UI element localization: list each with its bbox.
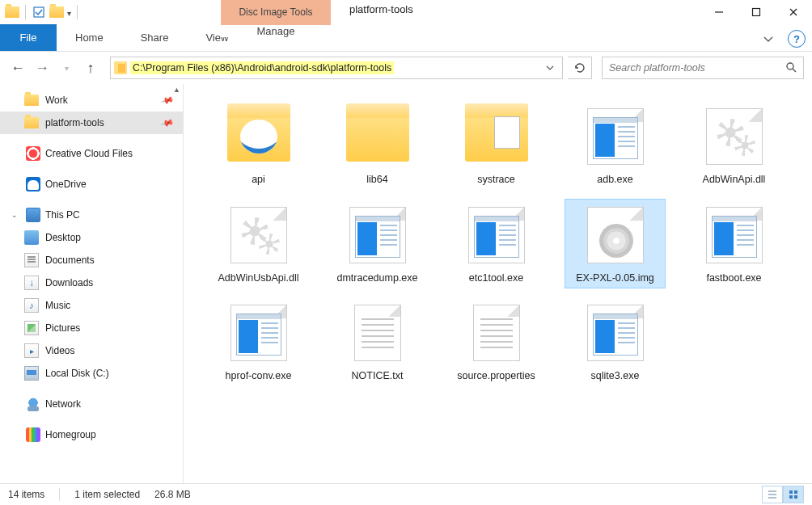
title-bar: ▾ Disc Image Tools platform-tools [0,0,812,24]
back-button[interactable]: ← [8,58,27,78]
forward-button[interactable]: → [32,58,52,78]
sidebar-item-onedrive[interactable]: OneDrive [0,173,183,196]
file-thumbnail [577,301,654,365]
up-button[interactable]: ↑ [81,58,100,78]
file-label: etc1tool.exe [469,272,523,285]
file-label: NOTICE.txt [352,370,404,383]
creative-cloud-icon [26,146,40,161]
file-item[interactable]: AdbWinApi.dll [683,100,785,191]
expand-ribbon-button[interactable] [757,29,780,48]
file-item[interactable]: adb.exe [565,100,666,191]
music-icon [24,298,39,313]
file-label: sqlite3.exe [591,370,640,383]
details-view-button[interactable] [762,486,783,503]
close-button[interactable] [775,0,812,24]
file-label: hprof-conv.exe [226,370,292,383]
qat-dropdown[interactable]: ▾ [67,7,71,18]
file-item[interactable]: AdbWinUsbApi.dll [208,199,309,289]
contextual-tab-header: Disc Image Tools [221,0,331,24]
search-box[interactable] [602,57,804,79]
svg-rect-12 [789,495,793,499]
network-icon [26,397,40,411]
sidebar-item-creative-cloud[interactable]: Creative Cloud Files [0,142,183,165]
file-thumbnail [458,301,535,365]
qat-newfolder-icon[interactable] [49,5,64,19]
desktop-icon [24,230,39,245]
sidebar-item-label: OneDrive [45,179,87,190]
downloads-icon [24,276,39,290]
recent-locations-button[interactable]: ▾ [57,58,76,78]
tab-home[interactable]: Home [57,24,122,51]
icons-view-button[interactable] [783,486,804,503]
tab-manage[interactable]: Manage [221,24,331,37]
sidebar-item-homegroup[interactable]: Homegroup [0,423,183,446]
file-item[interactable]: sqlite3.exe [565,297,666,387]
file-item[interactable]: api [208,100,309,191]
file-thumbnail [577,104,654,169]
svg-point-5 [787,63,793,69]
file-item[interactable]: etc1tool.exe [446,199,547,289]
file-item[interactable]: hprof-conv.exe [208,297,309,387]
onedrive-icon [26,177,40,191]
ribbon: File Home Share View Manage ? [0,24,812,52]
sidebar-item-videos[interactable]: Videos [0,339,183,362]
svg-line-6 [793,69,796,72]
sidebar-item-network[interactable]: Network [0,393,183,415]
file-thumbnail [339,104,417,169]
search-input[interactable] [609,62,771,74]
search-icon[interactable] [785,61,797,75]
address-bar[interactable]: C:\Program Files (x86)\Android\android-s… [110,57,563,79]
file-tab[interactable]: File [0,24,57,51]
content-area[interactable]: apilib64systraceadb.exeAdbWinApi.dllAdbW… [184,84,812,483]
svg-rect-0 [34,7,44,17]
file-thumbnail [458,104,535,169]
tab-share[interactable]: Share [122,24,188,51]
sidebar-item-documents[interactable]: Documents [0,249,183,271]
help-button[interactable]: ? [788,30,806,48]
file-label: systrace [477,174,515,187]
sidebar-item-desktop[interactable]: Desktop [0,226,183,249]
file-item[interactable]: dmtracedump.exe [327,199,428,289]
folder-icon [114,61,127,74]
file-item[interactable]: source.properties [446,297,547,387]
sidebar-item-pictures[interactable]: Pictures [0,317,183,339]
documents-icon [24,253,39,267]
file-thumbnail [577,203,654,267]
file-label: EX-PXL-0.05.img [576,272,654,285]
svg-rect-11 [794,490,797,494]
address-path[interactable]: C:\Program Files (x86)\Android\android-s… [130,61,394,74]
scroll-up-icon[interactable]: ▲ [173,86,180,94]
file-label: adb.exe [597,174,632,187]
svg-rect-10 [789,490,793,494]
file-thumbnail [220,203,298,267]
pictures-icon [24,321,39,335]
file-item[interactable]: fastboot.exe [683,199,785,289]
sidebar-item-platform-tools[interactable]: platform-tools 📌 [0,112,183,134]
sidebar-item-local-disk[interactable]: Local Disk (C:) [0,362,183,385]
status-selection-count: 1 item selected [74,489,140,500]
navigation-pane: ▲ Work 📌 platform-tools 📌 Creative Cloud… [0,84,184,483]
address-dropdown[interactable] [541,64,559,72]
maximize-button[interactable] [738,0,775,24]
file-item[interactable]: systrace [446,100,547,191]
sidebar-item-label: Creative Cloud Files [45,148,133,159]
file-item[interactable]: lib64 [327,100,428,191]
minimize-button[interactable] [700,0,738,24]
sidebar-item-music[interactable]: Music [0,294,183,317]
file-thumbnail [220,301,298,365]
sidebar-item-downloads[interactable]: Downloads [0,271,183,294]
sidebar-item-this-pc[interactable]: ⌄ This PC [0,204,183,226]
qat-properties-icon[interactable] [32,5,46,19]
file-item[interactable]: EX-PXL-0.05.img [565,199,666,289]
this-pc-icon [26,208,40,222]
sidebar-item-work[interactable]: Work 📌 [0,89,183,112]
expand-icon[interactable]: ⌄ [11,211,21,219]
file-label: AdbWinUsbApi.dll [218,272,298,285]
window-title: platform-tools [349,3,413,15]
explorer-icon [5,5,19,19]
refresh-button[interactable] [568,57,592,79]
file-item[interactable]: NOTICE.txt [327,297,428,387]
folder-icon [24,95,39,106]
file-label: AdbWinApi.dll [703,174,766,187]
file-thumbnail [696,104,773,169]
